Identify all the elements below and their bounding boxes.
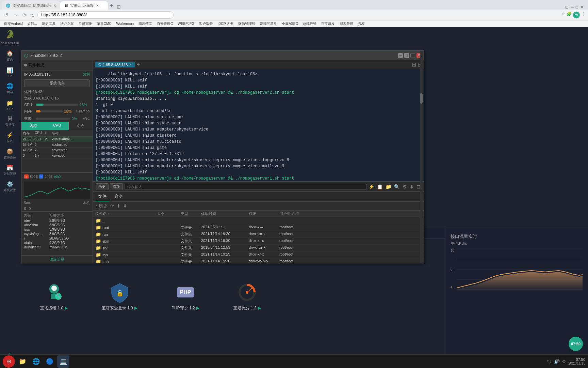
back-btn[interactable]: ↺ bbox=[3, 12, 10, 18]
disk-row-devshm[interactable]: /dev/shm 3.9G/3.9G bbox=[24, 223, 90, 227]
cmd-input[interactable] bbox=[124, 184, 366, 190]
fs-grid-btn[interactable]: ⊞ bbox=[410, 53, 415, 58]
fs-maximize-btn[interactable]: □ bbox=[404, 53, 409, 58]
bookmark-7[interactable]: Workerman bbox=[115, 21, 135, 26]
fb-refresh-btn[interactable]: ⟳ bbox=[110, 203, 115, 209]
sidebar-item-software[interactable]: 📦 软件任务 bbox=[1, 147, 18, 162]
paste-icon[interactable]: 📁 bbox=[385, 183, 392, 190]
taskbar-explorer[interactable]: 📁 bbox=[16, 355, 29, 368]
scrollbar[interactable] bbox=[420, 60, 423, 263]
bookmark-18[interactable]: 探索管理 bbox=[338, 21, 355, 27]
fs-minimize-btn[interactable]: ─ bbox=[398, 53, 403, 58]
maximize-btn[interactable]: □ bbox=[576, 5, 578, 10]
tab-expand-btn[interactable]: ⊡ bbox=[115, 4, 122, 10]
download-icon[interactable]: ⬇ bbox=[409, 183, 414, 190]
fs-tab-cpu[interactable]: CPU bbox=[45, 122, 69, 130]
bookmark-star[interactable]: ☆ bbox=[561, 12, 565, 18]
fs-terminal[interactable]: ./lualib/skynet.lua:106: in function <./… bbox=[93, 69, 424, 181]
options-btn[interactable]: 选项 bbox=[110, 183, 123, 190]
bookmark-11[interactable]: 客户端管 bbox=[198, 21, 214, 27]
disk-row-runuser[interactable]: /run/user/0 796M/796M bbox=[24, 245, 90, 249]
search-icon[interactable]: 🔍 bbox=[393, 183, 401, 190]
bt-plugin-score[interactable]: 宝塔跑分 1.3 ▶ bbox=[233, 282, 261, 311]
bookmark-4[interactable]: 法证之客 bbox=[59, 21, 75, 27]
fs-fb-tab-files[interactable]: 文件 bbox=[96, 192, 109, 201]
fb-row-sys[interactable]: 📁sys 文件夹 2021/11/14 19:29 dr-xr-xr-x roo… bbox=[93, 251, 424, 258]
power-icon[interactable]: ⚡ bbox=[368, 183, 375, 190]
refresh-btn[interactable]: ⟳ bbox=[21, 12, 28, 18]
fs-activate-btn[interactable]: 激活/升级 bbox=[21, 255, 93, 263]
profile-btn[interactable]: 卡 bbox=[573, 12, 580, 18]
fb-row-run[interactable]: 📁run 文件夹 2021/11/14 19:30 drwxr-xr-x roo… bbox=[93, 231, 424, 238]
terminal-grid-icon[interactable]: ⊞ bbox=[412, 61, 416, 68]
fb-history-btn[interactable]: 历史 bbox=[98, 202, 108, 210]
bookmark-6[interactable]: 苹果CMC bbox=[96, 21, 113, 27]
bookmark-10[interactable]: WEBPJPG bbox=[176, 21, 196, 26]
sidebar-item-ftp[interactable]: 📁 FTP bbox=[1, 97, 18, 112]
process-row-4[interactable]: 0 1.7 kswapd0 bbox=[21, 153, 93, 158]
settings-btn[interactable]: ⋮ bbox=[581, 12, 585, 18]
extensions-btn[interactable]: 🧩 bbox=[567, 12, 572, 18]
home-btn[interactable]: ⌂ bbox=[30, 12, 35, 18]
fs-fb-tab-cmd[interactable]: 命令 bbox=[112, 192, 126, 201]
fb-download-btn[interactable]: ⬇ bbox=[122, 203, 128, 209]
new-tab-btn[interactable]: + bbox=[108, 2, 116, 10]
fb-row-sbin[interactable]: 📁sbin 文件夹 2021/11/14 19:30 dr-xr-xr-x ro… bbox=[93, 238, 424, 245]
bookmark-19[interactable]: 授权 bbox=[357, 21, 366, 27]
bookmark-8[interactable]: 圆压缩工 bbox=[137, 21, 153, 27]
disk-row-sys[interactable]: /sys/fs/cgr... 3.9G/3.9G bbox=[24, 232, 90, 236]
close-window-btn[interactable]: ✕ bbox=[580, 5, 584, 10]
forward-btn[interactable]: → bbox=[12, 12, 19, 18]
terminal-tab-close[interactable]: ✕ bbox=[129, 63, 132, 66]
add-terminal-tab[interactable]: + bbox=[136, 62, 140, 68]
bookmark-9[interactable]: 百安管理C bbox=[156, 21, 174, 27]
bookmark-12[interactable]: IDC路各务 bbox=[216, 21, 235, 27]
browser-tab-1[interactable]: 🌐 南安源码网-优质源码分 ✕ bbox=[2, 1, 60, 10]
bt-plugin-security[interactable]: 🔒 宝塔安全登录 1.3 ▶ bbox=[102, 282, 137, 311]
sidebar-item-db[interactable]: 🗄 数据库 bbox=[1, 114, 18, 129]
scroll-thumb[interactable] bbox=[420, 93, 423, 104]
process-row-3[interactable]: 41.8M 2 paycenter bbox=[21, 148, 93, 153]
disk-row-root[interactable]: / 28.6G/39.2G bbox=[24, 236, 90, 241]
fs-tab-cmd[interactable]: 命令 bbox=[69, 122, 93, 130]
bookmark-2[interactable]: 如何... bbox=[26, 21, 38, 27]
bookmark-1[interactable]: 南安Android bbox=[3, 21, 24, 27]
bookmark-17[interactable]: 百度群发 bbox=[320, 21, 336, 27]
start-btn[interactable]: ⊛ bbox=[3, 355, 15, 368]
fs-copy-btn[interactable]: 复制 bbox=[83, 72, 90, 77]
taskbar-cmd[interactable]: 💻 bbox=[57, 355, 69, 368]
bookmark-3[interactable]: 历史工具 bbox=[40, 21, 57, 27]
sidebar-item-all[interactable]: ⚡ 全栈 bbox=[1, 130, 18, 145]
gear-icon[interactable]: ⚙ bbox=[402, 183, 408, 190]
fb-row-parent[interactable]: 📁.. bbox=[93, 217, 424, 224]
sidebar-item-home[interactable]: 🏠 首页 bbox=[1, 48, 18, 63]
sidebar-item-tp[interactable]: 📊 TP bbox=[1, 65, 18, 80]
bookmark-14[interactable]: 新疆三星斗 bbox=[259, 21, 278, 27]
fb-row-tmp[interactable]: 📁tmp 文件夹 2021/11/14 19:30 drwxrwxrwx roo… bbox=[93, 258, 424, 263]
address-bar[interactable] bbox=[37, 11, 174, 19]
sidebar-item-schedule[interactable]: 📅 计划管理 bbox=[1, 163, 18, 178]
tab-2-close[interactable]: ✕ bbox=[96, 4, 99, 7]
bookmark-5[interactable]: 注册审批 bbox=[77, 21, 94, 27]
fb-row-srv[interactable]: 📁srv 文件夹 2018/04/11 12:59 drwxr-xr-x roo… bbox=[93, 245, 424, 251]
history-btn[interactable]: 历史 bbox=[96, 183, 109, 190]
disk-row-dev[interactable]: /dev 3.9G/3.9G bbox=[24, 218, 90, 223]
fb-upload-btn[interactable]: ⬆ bbox=[116, 203, 121, 209]
fb-row-root[interactable]: 📁root 文件夹 2021/9/23 1:... dr-xr-x--- roo… bbox=[93, 224, 424, 231]
bookmark-13[interactable]: 微信管理线 bbox=[237, 21, 257, 27]
copy-icon[interactable]: 📋 bbox=[376, 183, 383, 190]
restore-btn[interactable]: ⊡ bbox=[565, 5, 569, 10]
taskbar-browser2[interactable]: 🔵 bbox=[44, 355, 56, 368]
taskbar-browser1[interactable]: 🌐 bbox=[30, 355, 42, 368]
browser-tab-2[interactable]: 🖥 宝塔Linux面板 ✕ bbox=[60, 1, 108, 10]
disk-row-run[interactable]: /run 3.9G/3.9G bbox=[24, 227, 90, 232]
process-row-1[interactable]: 213.2... 56.1 2 xiyouwarbai... bbox=[21, 137, 93, 142]
bookmark-15[interactable]: 小鹿ASEO bbox=[280, 21, 299, 27]
sidebar-item-website[interactable]: 🌐 网站 bbox=[1, 81, 18, 96]
fs-tab-mem[interactable]: 内存 bbox=[21, 122, 45, 130]
sidebar-item-settings[interactable]: ⚙️ 系统设置 bbox=[1, 179, 18, 194]
minimize-btn[interactable]: ─ bbox=[571, 5, 574, 10]
bookmark-16[interactable]: 总统控管 bbox=[301, 21, 318, 27]
tab-1-close[interactable]: ✕ bbox=[53, 4, 56, 7]
disk-row-data[interactable]: /data 9.2G/9.7G bbox=[24, 241, 90, 245]
